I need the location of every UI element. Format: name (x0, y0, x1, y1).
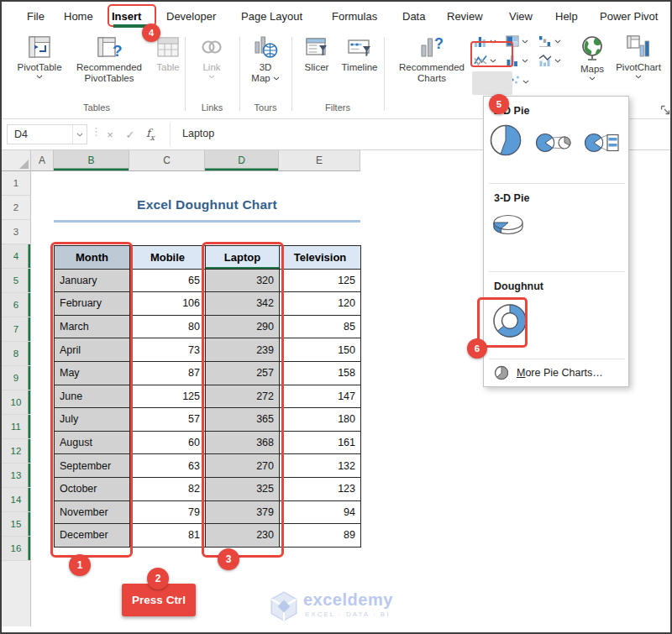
row-header-1[interactable]: 1 (2, 171, 31, 196)
column-header-a[interactable]: A (31, 150, 54, 171)
timeline-label: Timeline (341, 62, 377, 73)
row-header-7[interactable]: 7 (2, 317, 31, 342)
annotation-box-month-column (50, 242, 133, 558)
tab-developer[interactable]: Developer (166, 10, 216, 23)
cell-television[interactable]: 85 (280, 315, 361, 338)
row-header-3[interactable]: 3 (2, 220, 31, 244)
row-header-13[interactable]: 13 (2, 464, 31, 488)
row-header-15[interactable]: 15 (2, 512, 31, 537)
cell-television[interactable]: 125 (280, 269, 361, 292)
cell-mobile[interactable]: 73 (130, 338, 206, 362)
cell-television[interactable]: 150 (280, 338, 361, 362)
cell-mobile[interactable]: 79 (130, 500, 206, 524)
column-header-e[interactable]: E (279, 150, 360, 171)
select-all-corner[interactable] (2, 150, 31, 171)
waterfall-chart-icon (538, 34, 552, 48)
recommended-charts-label-line1: Recommended (399, 62, 465, 73)
links-group-label: Links (185, 102, 239, 113)
bar-of-pie-icon[interactable] (583, 130, 622, 155)
tab-data[interactable]: Data (402, 10, 425, 23)
pivottable-button[interactable]: PivotTable (12, 34, 67, 79)
link-button[interactable]: Link (193, 34, 230, 79)
cell-mobile[interactable]: 125 (130, 385, 206, 408)
cell-television[interactable]: 161 (280, 431, 361, 454)
cell-mobile[interactable]: 60 (130, 431, 206, 454)
row-header-11[interactable]: 11 (2, 415, 31, 439)
cell-mobile[interactable]: 57 (130, 408, 206, 432)
cell-mobile[interactable]: 80 (130, 315, 206, 338)
filters-group-label: Filters (291, 102, 384, 113)
insert-function-icon[interactable]: fx (141, 124, 160, 144)
timeline-icon (347, 34, 372, 60)
pie-2d-icon[interactable] (489, 123, 522, 157)
maps-label: Maps (580, 64, 604, 75)
tab-formulas[interactable]: Formulas (332, 10, 377, 23)
step-annotation-5: 5 (489, 94, 509, 114)
name-box-dropdown-icon[interactable] (76, 133, 83, 137)
more-pie-charts-item[interactable]: More Pie Charts… (484, 359, 630, 386)
slicer-button[interactable]: Slicer (298, 34, 335, 73)
pie-of-pie-icon[interactable] (534, 130, 573, 155)
insert-combo-chart-button[interactable] (538, 54, 561, 67)
pivotchart-label: PivotChart (616, 62, 661, 73)
table-header-mobile[interactable]: Mobile (130, 246, 206, 270)
confirm-entry-icon[interactable]: ✓ (121, 124, 139, 144)
column-header-c[interactable]: C (129, 150, 205, 171)
pivotchart-icon (626, 34, 651, 60)
cell-television[interactable]: 120 (280, 292, 361, 316)
pivotchart-button[interactable]: PivotChart (610, 34, 667, 79)
cancel-entry-icon[interactable]: × (101, 124, 119, 144)
chevron-down-icon (589, 76, 596, 81)
cell-television[interactable]: 132 (280, 454, 361, 478)
row-header-10[interactable]: 10 (2, 390, 31, 415)
recommended-charts-button[interactable]: ? Recommended Charts (395, 34, 469, 84)
tab-help[interactable]: Help (555, 10, 578, 23)
cell-television[interactable]: 180 (280, 408, 361, 432)
3d-map-button[interactable]: 3D Map (246, 34, 285, 84)
cell-television[interactable]: 89 (280, 524, 361, 548)
cell-mobile[interactable]: 82 (130, 477, 206, 500)
row-header-9[interactable]: 9 (2, 366, 31, 390)
tab-review[interactable]: Review (447, 10, 483, 23)
cell-television[interactable]: 94 (280, 500, 361, 524)
name-box[interactable]: D4 (7, 124, 87, 144)
name-box-value: D4 (14, 128, 28, 140)
tab-power-pivot[interactable]: Power Pivot (600, 10, 658, 23)
row-header-12[interactable]: 12 (2, 439, 31, 464)
dialog-launcher-icon[interactable] (660, 105, 671, 116)
row-header-5[interactable]: 5 (2, 269, 31, 293)
cell-mobile[interactable]: 87 (130, 361, 206, 385)
table-header-television[interactable]: Television (280, 246, 361, 270)
row-header-16[interactable]: 16 (2, 537, 31, 561)
cell-mobile[interactable]: 81 (130, 524, 206, 548)
formula-bar-content[interactable]: Laptop (182, 128, 214, 139)
row-header-14[interactable]: 14 (2, 488, 31, 512)
exceldemy-logo-icon (269, 590, 299, 622)
cell-mobile[interactable]: 65 (130, 269, 206, 292)
maps-button[interactable]: Maps (573, 34, 612, 81)
watermark-tagline: EXCEL · DATA · BI (305, 610, 393, 618)
more-pie-charts-label: More Pie Charts… (517, 367, 603, 379)
column-header-b[interactable]: B (54, 150, 129, 171)
chevron-down-icon (635, 75, 642, 79)
cell-television[interactable]: 147 (280, 385, 361, 408)
column-header-d[interactable]: D (205, 150, 279, 171)
cell-mobile[interactable]: 63 (130, 454, 206, 478)
tours-group-label: Tours (239, 102, 291, 113)
row-header-2[interactable]: 2 (2, 196, 31, 220)
recommended-pivottables-button[interactable]: ? Recommended PivotTables (69, 34, 150, 84)
tab-view[interactable]: View (509, 10, 533, 23)
tab-file[interactable]: File (27, 10, 45, 23)
insert-waterfall-chart-button[interactable] (538, 34, 561, 48)
cell-television[interactable]: 123 (280, 477, 361, 500)
row-header-8[interactable]: 8 (2, 342, 31, 366)
tab-page-layout[interactable]: Page Layout (241, 10, 302, 23)
pie-3d-icon[interactable] (491, 211, 528, 236)
cell-mobile[interactable]: 106 (130, 292, 206, 316)
row-header-4[interactable]: 4 (2, 244, 31, 269)
row-header-6[interactable]: 6 (2, 293, 31, 317)
chevron-down-icon (208, 75, 215, 79)
cell-television[interactable]: 158 (280, 361, 361, 385)
timeline-button[interactable]: Timeline (337, 34, 382, 73)
tab-home[interactable]: Home (64, 10, 93, 23)
